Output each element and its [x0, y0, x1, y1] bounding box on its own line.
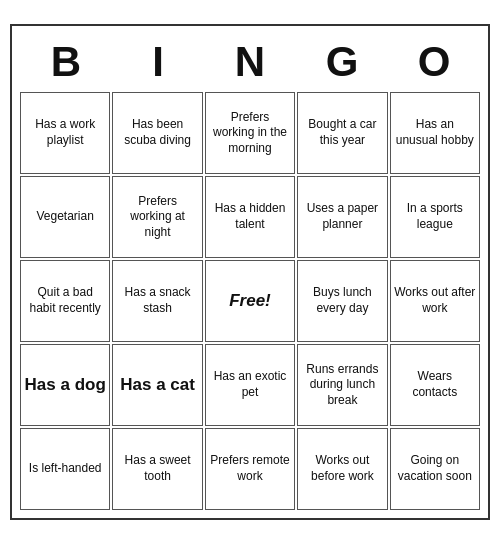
bingo-cell-21[interactable]: Has a sweet tooth	[112, 428, 202, 510]
bingo-cell-7[interactable]: Has a hidden talent	[205, 176, 295, 258]
bingo-cell-2[interactable]: Prefers working in the morning	[205, 92, 295, 174]
bingo-card: BINGO Has a work playlistHas been scuba …	[10, 24, 490, 520]
bingo-cell-6[interactable]: Prefers working at night	[112, 176, 202, 258]
bingo-cell-8[interactable]: Uses a paper planner	[297, 176, 387, 258]
bingo-letter-o: O	[388, 34, 480, 90]
bingo-cell-5[interactable]: Vegetarian	[20, 176, 110, 258]
bingo-cell-22[interactable]: Prefers remote work	[205, 428, 295, 510]
bingo-cell-1[interactable]: Has been scuba diving	[112, 92, 202, 174]
bingo-cell-0[interactable]: Has a work playlist	[20, 92, 110, 174]
bingo-cell-11[interactable]: Has a snack stash	[112, 260, 202, 342]
bingo-letter-n: N	[204, 34, 296, 90]
bingo-grid: Has a work playlistHas been scuba diving…	[20, 92, 480, 510]
bingo-cell-16[interactable]: Has a cat	[112, 344, 202, 426]
bingo-cell-10[interactable]: Quit a bad habit recently	[20, 260, 110, 342]
bingo-cell-13[interactable]: Buys lunch every day	[297, 260, 387, 342]
bingo-cell-4[interactable]: Has an unusual hobby	[390, 92, 480, 174]
bingo-cell-9[interactable]: In a sports league	[390, 176, 480, 258]
bingo-letter-b: B	[20, 34, 112, 90]
bingo-cell-14[interactable]: Works out after work	[390, 260, 480, 342]
bingo-letter-g: G	[296, 34, 388, 90]
bingo-cell-23[interactable]: Works out before work	[297, 428, 387, 510]
bingo-cell-19[interactable]: Wears contacts	[390, 344, 480, 426]
bingo-cell-3[interactable]: Bought a car this year	[297, 92, 387, 174]
bingo-cell-15[interactable]: Has a dog	[20, 344, 110, 426]
bingo-cell-17[interactable]: Has an exotic pet	[205, 344, 295, 426]
bingo-cell-24[interactable]: Going on vacation soon	[390, 428, 480, 510]
bingo-cell-18[interactable]: Runs errands during lunch break	[297, 344, 387, 426]
bingo-cell-20[interactable]: Is left-handed	[20, 428, 110, 510]
bingo-header: BINGO	[20, 34, 480, 90]
free-space[interactable]: Free!	[205, 260, 295, 342]
bingo-letter-i: I	[112, 34, 204, 90]
